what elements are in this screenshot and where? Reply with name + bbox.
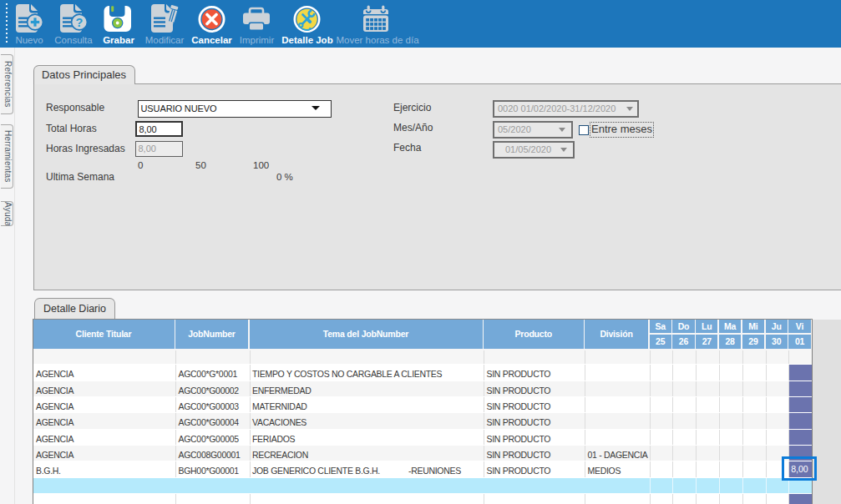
svg-text:?: ? (76, 15, 84, 28)
